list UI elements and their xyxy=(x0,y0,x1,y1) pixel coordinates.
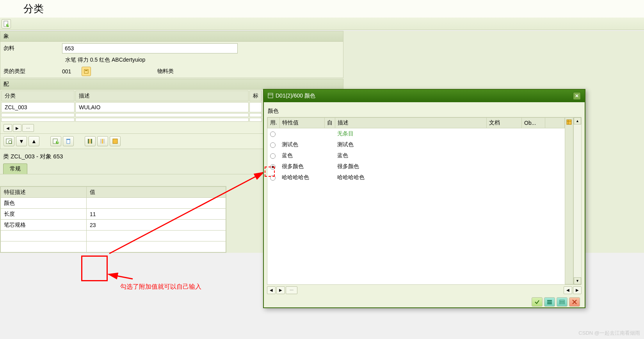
col-char-val[interactable]: 特性值 xyxy=(279,118,324,128)
class-type-value: 001 xyxy=(62,68,78,75)
select-all-button[interactable] xyxy=(85,136,96,146)
color-dialog: D01(2)/600 颜色 ✕ 颜色 用. 特性值 自 描述 文档 Ob... xyxy=(263,89,585,308)
vertical-scrollbar[interactable]: ▲ ▼ xyxy=(573,117,581,284)
hscroll-right-icon[interactable]: ▶ xyxy=(276,286,285,294)
desc-cell[interactable]: WULAIO xyxy=(75,102,249,112)
char-value-cell xyxy=(279,128,324,139)
nav-more-icon[interactable]: ⋯ xyxy=(22,124,34,132)
nav-left-icon[interactable]: ◀ xyxy=(4,124,12,132)
table-row[interactable] xyxy=(1,113,262,117)
dialog-titlebar[interactable]: D01(2)/600 颜色 ✕ xyxy=(264,90,585,102)
dialog-row[interactable]: 哈哈哈哈色哈哈哈哈色 xyxy=(268,172,565,183)
char-desc-cell: 无条目 xyxy=(335,128,486,139)
class-cell[interactable]: ZCL_003 xyxy=(1,102,75,112)
char-desc-cell: 长度 xyxy=(1,209,87,220)
radio-button[interactable] xyxy=(270,131,276,137)
dialog-row[interactable]: 无条目 xyxy=(268,128,565,139)
col-doc[interactable]: 文档 xyxy=(487,118,522,128)
cancel-button[interactable] xyxy=(569,297,580,307)
table-row[interactable]: 颜色 xyxy=(1,198,226,209)
config-button[interactable] xyxy=(110,136,121,146)
detail-button[interactable] xyxy=(4,136,14,146)
col-ob[interactable]: Ob... xyxy=(522,118,545,128)
col-desc[interactable]: 描述 xyxy=(335,118,486,128)
svg-text:+: + xyxy=(57,138,59,144)
annotation-arrow-2 xyxy=(105,271,137,283)
new-row-button[interactable]: + xyxy=(50,136,61,146)
char-value-cell: 蓝色 xyxy=(279,150,324,161)
char-value-cell: 很多颜色 xyxy=(279,161,324,172)
object-panel: 象 勿料 水笔 得力 0.5 红色 ABCdertyuiop 类的类型 001 … xyxy=(0,31,343,78)
deselect-all-button[interactable] xyxy=(97,136,108,146)
dialog-row[interactable]: 蓝色蓝色 xyxy=(268,150,565,161)
dialog-row[interactable]: 很多颜色很多颜色 xyxy=(268,161,565,172)
app-toolbar: + xyxy=(0,18,644,30)
table-row[interactable] xyxy=(1,118,262,122)
char-desc-cell: 笔芯规格 xyxy=(1,220,87,231)
page-title: 分类 xyxy=(0,0,644,18)
svg-rect-16 xyxy=(268,93,273,98)
svg-text:+: + xyxy=(7,21,9,27)
svg-rect-21 xyxy=(547,300,552,301)
watermark: CSDN @一起去江南看烟雨 xyxy=(578,330,640,337)
char-value-cell: 测试色 xyxy=(279,139,324,150)
table-row[interactable]: 笔芯规格 23 xyxy=(1,220,226,231)
char-desc-cell: 哈哈哈哈色 xyxy=(335,172,486,183)
table-row[interactable]: ZCL_003 WULAIO xyxy=(1,102,262,112)
scroll-up-icon[interactable]: ▲ xyxy=(574,117,581,124)
char-value-header[interactable]: 值 xyxy=(87,187,226,198)
std-col-header[interactable]: 标 xyxy=(249,91,262,101)
char-value-cell[interactable]: 23 xyxy=(87,220,226,231)
dialog-values-table: 用. 特性值 自 描述 文档 Ob... 无条目测试色测试色蓝色蓝色很多颜色很多… xyxy=(267,117,565,284)
characteristics-table: 特征描述 值 颜色 长度 11 笔芯规格 23 xyxy=(0,186,226,252)
desc-col-header[interactable]: 描述 xyxy=(75,91,249,101)
hscroll-left-icon-2[interactable]: ◀ xyxy=(564,286,572,294)
std-cell[interactable] xyxy=(249,102,262,112)
hscroll-left-icon[interactable]: ◀ xyxy=(267,286,276,294)
char-value-cell[interactable] xyxy=(87,198,226,209)
dialog-row[interactable]: 测试色测试色 xyxy=(268,139,565,150)
col-extra[interactable] xyxy=(545,118,565,128)
radio-button[interactable] xyxy=(270,142,276,148)
radio-button[interactable] xyxy=(270,153,276,159)
dialog-title-text: D01(2)/600 颜色 xyxy=(276,92,315,99)
nav-right-icon[interactable]: ▶ xyxy=(13,124,21,132)
dialog-close-button[interactable]: ✕ xyxy=(573,92,581,100)
horizontal-scroll-left: ◀ ▶ ⋯ ◀ ▶ xyxy=(267,285,582,296)
hscroll-more-icon[interactable]: ⋯ xyxy=(286,286,297,294)
radio-button[interactable] xyxy=(270,164,276,170)
sort-down-button[interactable]: ▼ xyxy=(16,136,27,146)
delete-row-button[interactable] xyxy=(63,136,74,146)
new-doc-icon[interactable]: + xyxy=(2,19,11,28)
select-all-button[interactable] xyxy=(544,297,555,307)
table-row[interactable] xyxy=(1,231,226,241)
char-desc-header[interactable]: 特征描述 xyxy=(1,187,87,198)
annotation-box-values xyxy=(81,256,108,281)
hscroll-right-icon-2[interactable]: ▶ xyxy=(573,286,582,294)
char-value-cell[interactable]: 11 xyxy=(87,209,226,220)
class-table: 分类 描述 标 ZCL_003 WULAIO xyxy=(0,90,263,122)
table-config-button[interactable] xyxy=(565,117,573,284)
col-sep[interactable]: 自 xyxy=(324,118,335,128)
svg-rect-12 xyxy=(66,139,70,140)
sort-up-button[interactable]: ▲ xyxy=(28,136,39,146)
radio-button[interactable] xyxy=(270,175,276,181)
class-col-header[interactable]: 分类 xyxy=(1,91,75,101)
col-use[interactable]: 用. xyxy=(268,118,280,128)
table-row[interactable] xyxy=(1,241,226,252)
class-type-help-button[interactable] xyxy=(82,67,91,76)
scroll-down-icon[interactable]: ▼ xyxy=(574,277,581,284)
char-value-cell: 哈哈哈哈色 xyxy=(279,172,324,183)
table-row[interactable]: 长度 11 xyxy=(1,209,226,220)
svg-rect-24 xyxy=(560,300,564,301)
char-desc-cell: 测试色 xyxy=(335,139,486,150)
svg-line-7 xyxy=(11,143,12,144)
svg-rect-26 xyxy=(560,303,564,304)
dialog-footer xyxy=(267,296,582,308)
deselect-all-button[interactable] xyxy=(557,297,568,307)
material-input[interactable] xyxy=(62,43,238,53)
annotation-text: 勾选了附加值就可以自己输入 xyxy=(120,283,201,291)
tab-general[interactable]: 常规 xyxy=(3,163,27,174)
confirm-button[interactable] xyxy=(532,297,543,307)
material-description: 水笔 得力 0.5 红色 ABCdertyuiop xyxy=(4,57,145,64)
